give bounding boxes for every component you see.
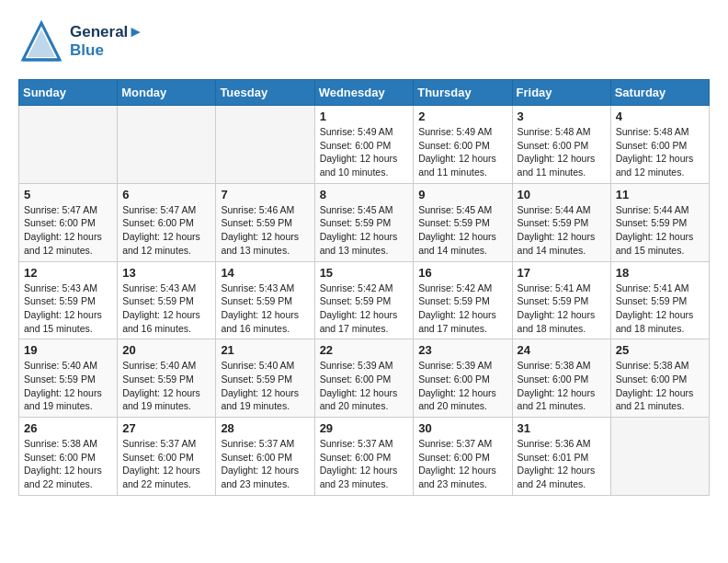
calendar-row: 5Sunrise: 5:47 AM Sunset: 6:00 PM Daylig… — [19, 183, 710, 261]
day-number: 16 — [418, 266, 506, 280]
day-number: 4 — [616, 109, 704, 123]
day-info: Sunrise: 5:40 AM Sunset: 5:59 PM Dayligh… — [221, 359, 309, 413]
day-number: 11 — [616, 188, 704, 201]
calendar-cell: 18Sunrise: 5:41 AM Sunset: 5:59 PM Dayli… — [610, 261, 709, 339]
calendar-cell — [610, 418, 709, 496]
calendar-cell: 9Sunrise: 5:45 AM Sunset: 5:59 PM Daylig… — [414, 183, 512, 261]
day-number: 3 — [518, 109, 606, 123]
calendar-cell: 14Sunrise: 5:43 AM Sunset: 5:59 PM Dayli… — [216, 261, 314, 339]
calendar-cell: 25Sunrise: 5:38 AM Sunset: 6:00 PM Dayli… — [610, 339, 709, 418]
day-info: Sunrise: 5:43 AM Sunset: 5:59 PM Dayligh… — [24, 282, 112, 336]
day-info: Sunrise: 5:37 AM Sunset: 6:00 PM Dayligh… — [418, 437, 506, 491]
calendar-cell: 15Sunrise: 5:42 AM Sunset: 5:59 PM Dayli… — [314, 261, 414, 339]
calendar-cell: 22Sunrise: 5:39 AM Sunset: 6:00 PM Dayli… — [314, 339, 414, 418]
day-info: Sunrise: 5:42 AM Sunset: 5:59 PM Dayligh… — [418, 282, 506, 336]
calendar-cell: 2Sunrise: 5:49 AM Sunset: 6:00 PM Daylig… — [414, 106, 512, 184]
calendar-cell: 12Sunrise: 5:43 AM Sunset: 5:59 PM Dayli… — [19, 261, 118, 339]
day-number: 28 — [221, 421, 309, 435]
calendar-cell: 7Sunrise: 5:46 AM Sunset: 5:59 PM Daylig… — [216, 183, 314, 261]
logo-icon — [18, 18, 64, 64]
day-number: 26 — [24, 421, 112, 435]
calendar-cell: 31Sunrise: 5:36 AM Sunset: 6:01 PM Dayli… — [512, 418, 610, 496]
calendar-cell: 23Sunrise: 5:39 AM Sunset: 6:00 PM Dayli… — [414, 339, 512, 418]
day-info: Sunrise: 5:46 AM Sunset: 5:59 PM Dayligh… — [221, 203, 309, 258]
weekday-header-wednesday: Wednesday — [314, 80, 414, 106]
day-info: Sunrise: 5:37 AM Sunset: 6:00 PM Dayligh… — [320, 437, 409, 491]
day-number: 15 — [320, 266, 409, 280]
calendar-cell: 29Sunrise: 5:37 AM Sunset: 6:00 PM Dayli… — [314, 418, 414, 496]
day-number: 30 — [418, 421, 506, 435]
day-info: Sunrise: 5:36 AM Sunset: 6:01 PM Dayligh… — [518, 437, 606, 491]
calendar-row: 26Sunrise: 5:38 AM Sunset: 6:00 PM Dayli… — [19, 418, 710, 496]
day-info: Sunrise: 5:38 AM Sunset: 6:00 PM Dayligh… — [518, 359, 606, 413]
calendar-cell: 5Sunrise: 5:47 AM Sunset: 6:00 PM Daylig… — [19, 183, 118, 261]
calendar-cell: 20Sunrise: 5:40 AM Sunset: 5:59 PM Dayli… — [118, 339, 216, 418]
calendar-row: 1Sunrise: 5:49 AM Sunset: 6:00 PM Daylig… — [19, 106, 710, 184]
day-number: 25 — [616, 343, 704, 357]
day-info: Sunrise: 5:44 AM Sunset: 5:59 PM Dayligh… — [518, 203, 606, 258]
day-info: Sunrise: 5:48 AM Sunset: 6:00 PM Dayligh… — [616, 125, 704, 179]
day-number: 31 — [518, 421, 606, 435]
day-info: Sunrise: 5:39 AM Sunset: 6:00 PM Dayligh… — [320, 359, 409, 413]
logo-text-blue: Blue — [70, 41, 143, 60]
calendar-cell: 21Sunrise: 5:40 AM Sunset: 5:59 PM Dayli… — [216, 339, 314, 418]
day-info: Sunrise: 5:47 AM Sunset: 6:00 PM Dayligh… — [122, 203, 210, 258]
day-info: Sunrise: 5:40 AM Sunset: 5:59 PM Dayligh… — [24, 359, 112, 413]
day-number: 13 — [122, 266, 210, 280]
calendar-cell — [19, 106, 118, 184]
day-number: 21 — [221, 343, 309, 357]
day-info: Sunrise: 5:45 AM Sunset: 5:59 PM Dayligh… — [320, 203, 409, 258]
calendar-cell: 4Sunrise: 5:48 AM Sunset: 6:00 PM Daylig… — [610, 106, 709, 184]
calendar-row: 12Sunrise: 5:43 AM Sunset: 5:59 PM Dayli… — [19, 261, 710, 339]
day-info: Sunrise: 5:40 AM Sunset: 5:59 PM Dayligh… — [122, 359, 210, 413]
calendar-row: 19Sunrise: 5:40 AM Sunset: 5:59 PM Dayli… — [19, 339, 710, 418]
calendar-cell: 24Sunrise: 5:38 AM Sunset: 6:00 PM Dayli… — [512, 339, 610, 418]
calendar-cell — [118, 106, 216, 184]
calendar-cell — [216, 106, 314, 184]
day-number: 20 — [122, 343, 210, 357]
day-info: Sunrise: 5:37 AM Sunset: 6:00 PM Dayligh… — [221, 437, 309, 491]
weekday-header-saturday: Saturday — [610, 80, 709, 106]
calendar-cell: 19Sunrise: 5:40 AM Sunset: 5:59 PM Dayli… — [19, 339, 118, 418]
day-info: Sunrise: 5:37 AM Sunset: 6:00 PM Dayligh… — [122, 437, 210, 491]
day-number: 14 — [221, 266, 309, 280]
day-info: Sunrise: 5:49 AM Sunset: 6:00 PM Dayligh… — [418, 125, 506, 179]
calendar-cell: 28Sunrise: 5:37 AM Sunset: 6:00 PM Dayli… — [216, 418, 314, 496]
calendar-cell: 6Sunrise: 5:47 AM Sunset: 6:00 PM Daylig… — [118, 183, 216, 261]
day-info: Sunrise: 5:38 AM Sunset: 6:00 PM Dayligh… — [616, 359, 704, 413]
day-number: 27 — [122, 421, 210, 435]
day-number: 10 — [518, 188, 606, 201]
day-number: 1 — [320, 109, 409, 123]
calendar-cell: 13Sunrise: 5:43 AM Sunset: 5:59 PM Dayli… — [118, 261, 216, 339]
day-number: 7 — [221, 188, 309, 201]
calendar-cell: 10Sunrise: 5:44 AM Sunset: 5:59 PM Dayli… — [512, 183, 610, 261]
calendar-cell: 16Sunrise: 5:42 AM Sunset: 5:59 PM Dayli… — [414, 261, 512, 339]
calendar-cell: 30Sunrise: 5:37 AM Sunset: 6:00 PM Dayli… — [414, 418, 512, 496]
day-info: Sunrise: 5:43 AM Sunset: 5:59 PM Dayligh… — [122, 282, 210, 336]
day-info: Sunrise: 5:42 AM Sunset: 5:59 PM Dayligh… — [320, 282, 409, 336]
weekday-header-friday: Friday — [512, 80, 610, 106]
page-header: General► Blue — [18, 18, 710, 64]
calendar-cell: 27Sunrise: 5:37 AM Sunset: 6:00 PM Dayli… — [118, 418, 216, 496]
weekday-header-sunday: Sunday — [19, 80, 118, 106]
day-number: 9 — [418, 188, 506, 201]
day-number: 17 — [518, 266, 606, 280]
calendar-cell: 11Sunrise: 5:44 AM Sunset: 5:59 PM Dayli… — [610, 183, 709, 261]
day-info: Sunrise: 5:38 AM Sunset: 6:00 PM Dayligh… — [24, 437, 112, 491]
day-info: Sunrise: 5:39 AM Sunset: 6:00 PM Dayligh… — [418, 359, 506, 413]
day-number: 18 — [616, 266, 704, 280]
weekday-header-monday: Monday — [118, 80, 216, 106]
weekday-header-row: SundayMondayTuesdayWednesdayThursdayFrid… — [19, 80, 710, 106]
day-number: 24 — [518, 343, 606, 357]
calendar-cell: 3Sunrise: 5:48 AM Sunset: 6:00 PM Daylig… — [512, 106, 610, 184]
day-info: Sunrise: 5:41 AM Sunset: 5:59 PM Dayligh… — [518, 282, 606, 336]
day-info: Sunrise: 5:43 AM Sunset: 5:59 PM Dayligh… — [221, 282, 309, 336]
day-info: Sunrise: 5:41 AM Sunset: 5:59 PM Dayligh… — [616, 282, 704, 336]
day-number: 6 — [122, 188, 210, 201]
logo: General► Blue — [18, 18, 143, 64]
day-info: Sunrise: 5:44 AM Sunset: 5:59 PM Dayligh… — [616, 203, 704, 258]
day-number: 29 — [320, 421, 409, 435]
day-number: 22 — [320, 343, 409, 357]
weekday-header-thursday: Thursday — [414, 80, 512, 106]
day-info: Sunrise: 5:45 AM Sunset: 5:59 PM Dayligh… — [418, 203, 506, 258]
